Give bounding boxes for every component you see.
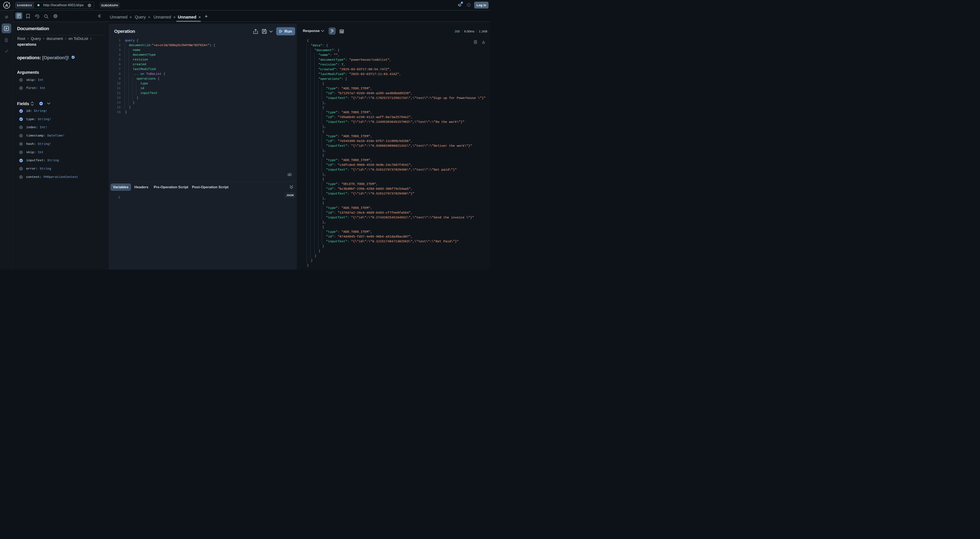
svg-text:?: ? xyxy=(468,4,469,6)
svg-text:A: A xyxy=(5,3,8,8)
